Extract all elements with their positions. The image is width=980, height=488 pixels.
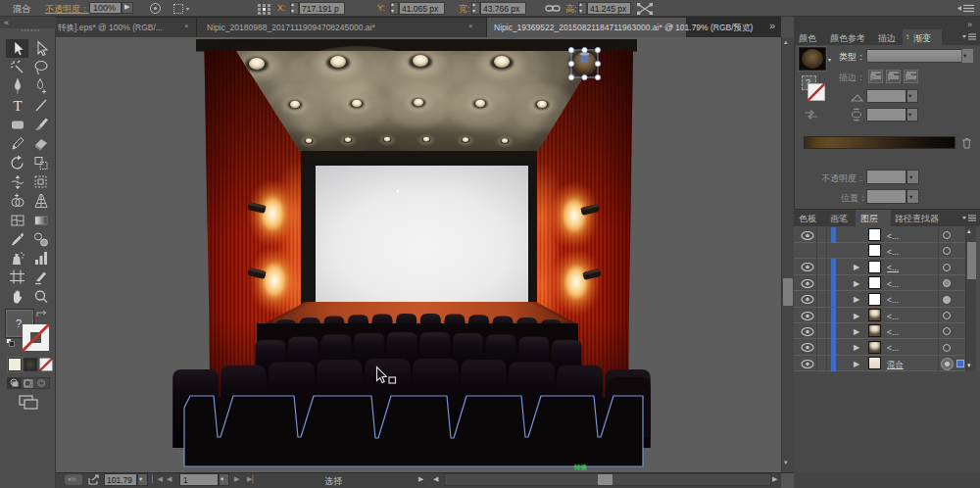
svg-text:转换: 转换 [573,464,588,470]
svg-text:T: T [13,98,22,114]
